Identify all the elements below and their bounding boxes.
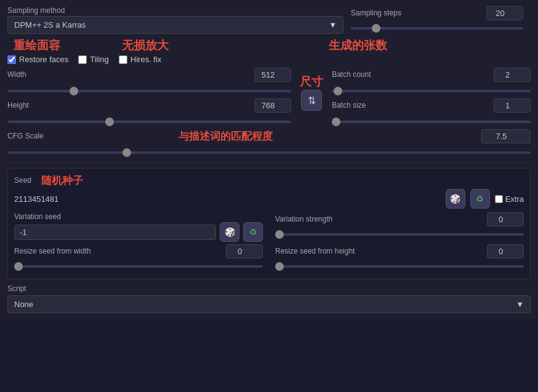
variation-seed-dice-button[interactable]: 🎲	[220, 222, 239, 242]
batch-count-section: Batch count	[332, 68, 531, 96]
resize-seed-height-input[interactable]	[487, 244, 524, 258]
sampling-section: Sampling method DPM++ 2S a Karras ▼ Samp…	[7, 6, 531, 34]
seed-input[interactable]	[14, 194, 441, 204]
seed-input-row: 🎲 ♻ Extra	[14, 189, 524, 209]
script-dropdown[interactable]: None ▼	[7, 295, 531, 313]
width-section: Width	[7, 68, 291, 96]
script-section: Script None ▼	[7, 284, 531, 313]
resize-seed-width-slider[interactable]	[14, 265, 263, 268]
annotation-random-seed: 随机种子	[41, 174, 83, 188]
hires-fix-checkbox[interactable]	[119, 55, 127, 64]
width-input[interactable]	[254, 68, 291, 82]
height-section: Height	[7, 98, 291, 127]
batch-count-input[interactable]	[494, 68, 531, 82]
variation-seed-label: Variation seed	[14, 212, 263, 221]
seed-dice-button[interactable]: 🎲	[446, 189, 465, 209]
script-value: None	[14, 300, 33, 309]
extra-label: Extra	[505, 194, 524, 204]
variation-strength-slider[interactable]	[275, 233, 524, 236]
cfg-scale-section: CFG Scale 与描述词的匹配程度	[7, 129, 531, 158]
sampling-steps-section: Sampling steps	[351, 6, 523, 33]
batch-size-section: Batch size	[332, 98, 531, 127]
chevron-down-icon: ▼	[516, 300, 524, 309]
variation-row: Variation seed 🎲 ♻ Variation strength	[14, 212, 524, 242]
tiling-label: Tiling	[90, 55, 109, 64]
resize-seed-width-input[interactable]	[226, 244, 263, 258]
sampling-method-section: Sampling method DPM++ 2S a Karras ▼	[7, 6, 343, 34]
resize-seed-height-section: Resize seed from height	[268, 244, 524, 271]
batch-count-slider[interactable]	[332, 90, 531, 92]
sampling-method-value: DPM++ 2S a Karras	[14, 20, 86, 30]
variation-strength-input[interactable]	[487, 212, 524, 226]
script-label: Script	[7, 284, 531, 293]
width-label: Width	[7, 70, 26, 79]
variation-strength-section: Variation strength	[268, 212, 524, 242]
annotation-cfg-match: 与描述词的匹配程度	[179, 129, 273, 143]
batch-section: Batch count Batch size	[332, 68, 531, 127]
batch-size-slider[interactable]	[332, 121, 531, 123]
height-slider[interactable]	[7, 121, 291, 123]
height-label: Height	[7, 101, 29, 110]
cfg-scale-input[interactable]	[481, 129, 531, 143]
sampling-steps-input[interactable]	[486, 6, 523, 20]
hires-fix-label: Hires. fix	[130, 55, 162, 64]
sampling-steps-slider-wrap	[351, 22, 523, 31]
resize-seed-height-label: Resize seed from height	[275, 247, 355, 255]
seed-label: Seed	[14, 176, 31, 185]
resize-seed-height-slider[interactable]	[275, 265, 524, 268]
height-input[interactable]	[254, 98, 291, 113]
dimensions-section: Width Height	[7, 68, 291, 127]
hires-fix-checkbox-item[interactable]: Hires. fix	[119, 55, 162, 64]
sampling-steps-label: Sampling steps	[351, 9, 401, 17]
extra-checkbox[interactable]	[495, 195, 503, 203]
sampling-steps-header: Sampling steps	[351, 6, 523, 20]
seed-section: Seed 随机种子 🎲 ♻ Extra Variation seed 🎲 ♻	[7, 168, 531, 279]
width-slider[interactable]	[7, 90, 291, 92]
annotation-generate-count: 生成的张数	[329, 38, 387, 54]
annotation-redraw-faces: 重绘面容	[14, 38, 60, 54]
restore-faces-checkbox[interactable]	[7, 55, 16, 64]
resize-seed-width-label: Resize seed from width	[14, 247, 91, 255]
variation-strength-label: Variation strength	[275, 215, 332, 223]
resize-seed-width-section: Resize seed from width	[14, 244, 263, 271]
checkbox-row: Restore faces Tiling Hires. fix	[7, 55, 531, 64]
sampling-steps-slider[interactable]	[351, 27, 523, 30]
tiling-checkbox[interactable]	[78, 55, 87, 64]
cfg-scale-label: CFG Scale	[7, 132, 44, 140]
resize-row: Resize seed from width Resize seed from …	[14, 244, 524, 271]
seed-recycle-button[interactable]: ♻	[470, 189, 490, 209]
divider-1	[7, 162, 531, 163]
batch-size-label: Batch size	[332, 101, 366, 110]
restore-faces-label: Restore faces	[19, 55, 68, 64]
extra-checkbox-label[interactable]: Extra	[495, 194, 524, 204]
annotation-size: 尺寸	[300, 74, 323, 90]
sampling-method-label: Sampling method	[7, 6, 343, 15]
main-container: Sampling method DPM++ 2S a Karras ▼ Samp…	[0, 0, 538, 319]
tiling-checkbox-item[interactable]: Tiling	[78, 55, 109, 64]
batch-count-label: Batch count	[332, 70, 371, 79]
variation-seed-input[interactable]	[14, 225, 216, 240]
variation-seed-section: Variation seed 🎲 ♻	[14, 212, 263, 242]
variation-seed-recycle-button[interactable]: ♻	[243, 222, 263, 242]
annotation-lossless-upscale: 无损放大	[122, 38, 169, 54]
sampling-method-dropdown[interactable]: DPM++ 2S a Karras ▼	[7, 16, 343, 34]
cfg-scale-slider[interactable]	[7, 151, 531, 154]
chevron-down-icon: ▼	[329, 20, 337, 30]
swap-dimensions-button[interactable]: ⇅	[301, 90, 322, 111]
restore-faces-checkbox-item[interactable]: Restore faces	[7, 55, 68, 64]
batch-size-input[interactable]	[494, 98, 531, 113]
